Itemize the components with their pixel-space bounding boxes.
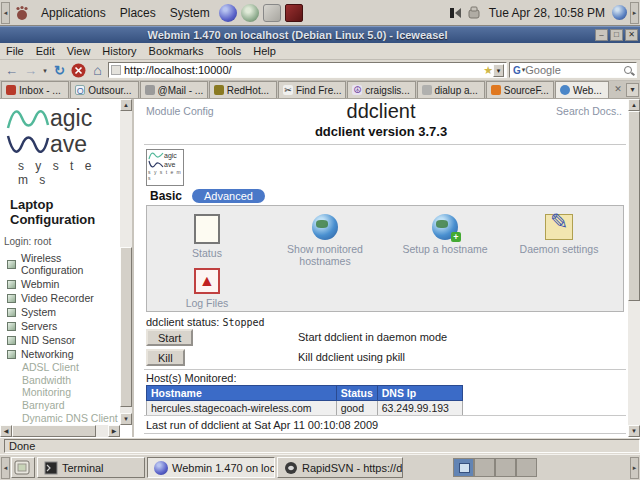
workspace-1[interactable] (453, 458, 474, 477)
sidebar-item-networking[interactable]: Networking (0, 347, 120, 361)
taskbar-window-rapidsvn[interactable]: RapidSVN - https://d... (277, 457, 403, 478)
menu-edit[interactable]: Edit (30, 43, 61, 59)
keyboard-indicator-icon[interactable] (448, 5, 463, 20)
url-bar[interactable]: ★ ▾ (108, 62, 507, 78)
tab-basic[interactable]: Basic (150, 189, 182, 203)
bookmark-star-icon[interactable]: ★ (483, 64, 493, 77)
maximize-button[interactable]: □ (610, 29, 623, 41)
tab-inbox[interactable]: Inbox - ... (1, 81, 69, 98)
workspace-3[interactable] (495, 458, 516, 477)
url-dropdown-icon[interactable]: ▾ (493, 64, 504, 77)
window-titlebar[interactable]: Webmin 1.470 on localhost (Debian Linux … (0, 26, 640, 43)
forward-icon[interactable]: → (22, 62, 39, 79)
panel-clock[interactable]: Tue Apr 28, 10:58 PM (484, 6, 610, 20)
menu-file[interactable]: File (0, 43, 30, 59)
reload-icon[interactable]: ↻ (51, 62, 68, 79)
sidebar-hscrollbar[interactable]: ◀ ▶ (0, 425, 120, 437)
table-row[interactable]: hercules.stagecoach-wireless.com good 63… (147, 401, 463, 416)
taskbar-hide-left-arrow[interactable]: ◂ (1, 457, 10, 479)
stop-icon[interactable] (70, 62, 87, 79)
iceweasel-launcher-icon[interactable] (219, 4, 237, 22)
tab-label: Find Fre... (296, 85, 342, 96)
tab-list-dropdown-icon[interactable]: ▾ (626, 83, 639, 97)
action-setup-a-hostname[interactable]: + Setup a hostname (385, 214, 505, 255)
search-docs-link[interactable]: Search Docs.. (556, 105, 622, 117)
taskbar-window-webmin[interactable]: Webmin 1.470 on loc... (147, 457, 275, 478)
sidebar-item-video-recorder[interactable]: Video Recorder (0, 291, 120, 305)
browser-window: Webmin 1.470 on localhost (Debian Linux … (0, 26, 640, 454)
search-icon[interactable] (624, 66, 632, 74)
tab-outsource[interactable]: O Outsour... (70, 81, 138, 98)
scroll-right-icon[interactable]: ▶ (108, 425, 120, 437)
scroll-down-icon[interactable]: ▼ (120, 413, 132, 425)
minimize-button[interactable]: – (595, 29, 608, 41)
tab-webmin-active[interactable]: Web... (555, 81, 609, 98)
tab-redhot[interactable]: RedHot... (209, 81, 277, 98)
gnome-menu-icon[interactable] (14, 5, 30, 21)
sidebar-vscrollbar[interactable]: ▲ ▼ (120, 99, 132, 425)
search-engine-icon[interactable]: G (512, 65, 522, 76)
scrollbar-thumb[interactable] (120, 247, 132, 407)
tab-mail[interactable]: @Mail - ... (140, 81, 208, 98)
panel-hide-right-arrow[interactable]: ▸ (630, 2, 639, 24)
package-launcher-icon[interactable] (285, 4, 303, 22)
update-notifier-icon[interactable] (467, 5, 482, 20)
sidebar-subitem-adsl-client[interactable]: ADSL Client (0, 361, 120, 374)
tab-sourceforge[interactable]: SourceF... (486, 81, 554, 98)
home-icon[interactable]: ⌂ (89, 62, 106, 79)
back-icon[interactable]: ← (3, 62, 20, 79)
scroll-left-icon[interactable]: ◀ (0, 425, 12, 437)
scroll-up-icon[interactable]: ▲ (628, 99, 640, 111)
sidebar-item-wireless-configuration[interactable]: Wireless Configuration (0, 251, 120, 277)
show-desktop-button[interactable] (11, 457, 35, 478)
menu-view[interactable]: View (61, 43, 97, 59)
action-daemon-settings[interactable]: Daemon settings (499, 214, 619, 255)
main-vscrollbar[interactable]: ▲ ▼ (628, 99, 640, 437)
sidebar-item-servers[interactable]: Servers (0, 319, 120, 333)
menu-applications[interactable]: Applications (34, 2, 113, 24)
sidebar-item-webmin[interactable]: Webmin (0, 277, 120, 291)
kill-button[interactable]: Kill (146, 349, 185, 366)
tab-advanced[interactable]: Advanced (192, 189, 265, 203)
sidebar-item-system[interactable]: System (0, 305, 120, 319)
scroll-up-icon[interactable]: ▲ (120, 99, 132, 111)
menu-history[interactable]: History (96, 43, 142, 59)
browser-launcher-icon[interactable] (241, 4, 259, 22)
close-button[interactable]: ✕ (625, 29, 638, 41)
taskbar-window-terminal[interactable]: Terminal (37, 457, 145, 478)
help-launcher-icon[interactable] (263, 4, 281, 22)
scrollbar-thumb[interactable] (628, 111, 640, 301)
taskbar-hide-right-arrow[interactable]: ▸ (630, 457, 639, 479)
menu-help[interactable]: Help (247, 43, 282, 59)
tab-findfre[interactable]: ✂ Find Fre... (278, 81, 346, 98)
menu-places[interactable]: Places (113, 2, 163, 24)
sidebar-subitem-dynamic-dns-client[interactable]: Dynamic DNS Client (0, 412, 120, 425)
sidebar-subitem-barnyard[interactable]: Barnyard (0, 399, 120, 412)
action-show-monitored-hostnames[interactable]: Show monitored hostnames (265, 214, 385, 267)
search-box[interactable]: G ▾ (509, 62, 637, 78)
action-log-files[interactable]: ▲ Log Files (147, 268, 267, 309)
tab-craigslist[interactable]: ☮ craigslis... (347, 81, 415, 98)
panel-hide-left-arrow[interactable]: ◂ (1, 2, 10, 24)
tab-close-icon[interactable]: ✕ (611, 83, 625, 97)
workspace-2[interactable] (474, 458, 495, 477)
menu-bookmarks[interactable]: Bookmarks (143, 43, 210, 59)
workspace-4[interactable] (516, 458, 537, 477)
scissors-icon: ✂ (283, 85, 293, 95)
browser-menubar: File Edit View History Bookmarks Tools H… (0, 43, 640, 60)
status-text: Done (4, 439, 640, 453)
search-input[interactable] (525, 64, 622, 76)
logo-text-ave: ave (50, 131, 87, 158)
menu-system[interactable]: System (163, 2, 217, 24)
sidebar-subitem-bandwidth-monitoring[interactable]: Bandwidth Monitoring (0, 374, 120, 399)
sidebar-item-nid-sensor[interactable]: NID Sensor (0, 333, 120, 347)
tab-dialup[interactable]: dialup a... (417, 81, 485, 98)
back-dropdown-icon[interactable]: ▾ (41, 62, 49, 79)
network-tray-icon[interactable] (612, 5, 627, 20)
scrollbar-thumb[interactable] (12, 425, 96, 437)
url-input[interactable] (124, 64, 483, 76)
start-button[interactable]: Start (146, 329, 193, 346)
action-status[interactable]: Status (147, 214, 267, 259)
scroll-down-icon[interactable]: ▼ (628, 425, 640, 437)
menu-tools[interactable]: Tools (210, 43, 248, 59)
